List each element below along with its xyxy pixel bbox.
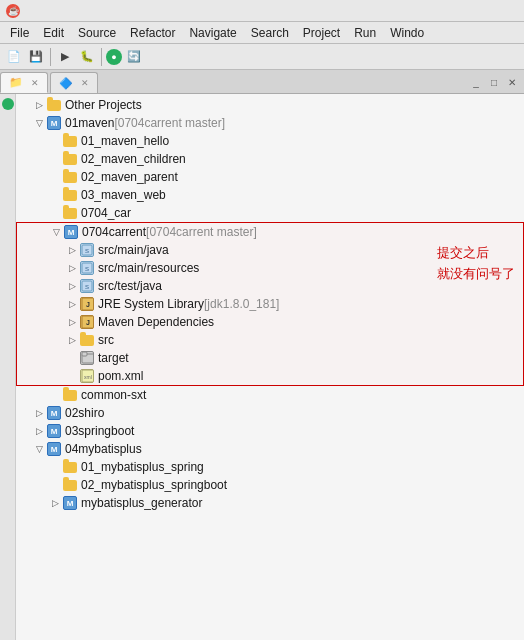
menu-item-file[interactable]: File [4,24,35,42]
tree-node-maven-deps[interactable]: ▷JMaven Dependencies [17,313,523,331]
app-icon: ☕ [6,4,20,18]
tree-node-01maven[interactable]: ▽M01maven [0704carrent master] [16,114,524,132]
jar-icon: J [79,314,95,330]
expand-icon[interactable]: ▷ [65,263,79,273]
svg-rect-11 [82,352,87,356]
tree-node-src[interactable]: ▷src [17,331,523,349]
tab-type-hierarchy[interactable]: 🔷 ✕ [50,72,98,93]
menu-item-project[interactable]: Project [297,24,346,42]
src-folder-icon: S [79,260,95,276]
expand-icon[interactable]: ▽ [32,118,46,128]
xml-file-icon: xml [79,368,95,384]
node-label-common-sxt: common-sxt [81,388,146,402]
folder-icon [62,459,78,475]
node-label-03springboot: 03springboot [65,424,134,438]
svg-text:S: S [85,248,89,254]
tree-node-02mybatisplus-springboot[interactable]: 02_mybatisplus_springboot [16,476,524,494]
tree-node-jre-system[interactable]: ▷JJRE System Library [jdk1.8.0_181] [17,295,523,313]
maximize-button[interactable]: □ [486,75,502,91]
debug-button[interactable]: 🐛 [77,47,97,67]
save-button[interactable]: 💾 [26,47,46,67]
tree-node-src-main-resources[interactable]: ▷Ssrc/main/resources [17,259,523,277]
expand-icon[interactable]: ▷ [65,281,79,291]
tree-node-src-main-java[interactable]: ▷Ssrc/main/java [17,241,523,259]
node-label-extra-0704carrent: [0704carrent master] [146,225,257,239]
tree-node-0704carrent[interactable]: ▽M0704carrent [0704carrent master] [17,223,523,241]
maven-project-icon: M [62,495,78,511]
expand-icon[interactable]: ▷ [65,317,79,327]
new-button[interactable]: 📄 [4,47,24,67]
menu-item-search[interactable]: Search [245,24,295,42]
tree-node-other-projects[interactable]: ▷Other Projects [16,96,524,114]
menu-item-navigate[interactable]: Navigate [183,24,242,42]
tree-node-03maven-web[interactable]: 03_maven_web [16,186,524,204]
node-label-target: target [98,351,129,365]
tree-node-01mybatisplus-spring[interactable]: 01_mybatisplus_spring [16,458,524,476]
node-label-01maven: 01maven [65,116,114,130]
node-label-01mybatisplus-spring: 01_mybatisplus_spring [81,460,204,474]
src-folder-icon: S [79,242,95,258]
tree-node-pom-xml[interactable]: xmlpom.xml [17,367,523,385]
toolbar-separator-2 [101,48,102,66]
menu-item-refactor[interactable]: Refactor [124,24,181,42]
menu-bar: FileEditSourceRefactorNavigateSearchProj… [0,22,524,44]
node-label-mybatisplus-generator: mybatisplus_generator [81,496,202,510]
tree-node-03springboot[interactable]: ▷M03springboot [16,422,524,440]
title-bar: ☕ [0,0,524,22]
maven-project-icon: M [46,115,62,131]
expand-icon[interactable]: ▷ [65,245,79,255]
tree-node-02shiro[interactable]: ▷M02shiro [16,404,524,422]
folder-icon [62,133,78,149]
tree-node-04mybatisplus[interactable]: ▽M04mybatisplus [16,440,524,458]
tab-package-explorer[interactable]: 📁 ✕ [0,72,48,93]
menu-item-source[interactable]: Source [72,24,122,42]
tree-node-src-test-java[interactable]: ▷Ssrc/test/java [17,277,523,295]
expand-icon[interactable]: ▷ [32,408,46,418]
tree-node-common-sxt[interactable]: common-sxt [16,386,524,404]
node-label-02maven-parent: 02_maven_parent [81,170,178,184]
expand-icon[interactable]: ▽ [32,444,46,454]
tree-node-target[interactable]: target [17,349,523,367]
expand-icon[interactable]: ▷ [65,335,79,345]
minimize-button[interactable]: _ [468,75,484,91]
folder-icon [62,151,78,167]
node-label-0704carrent: 0704carrent [82,225,146,239]
jar-icon: J [79,296,95,312]
svg-text:J: J [86,319,90,326]
gutter-indicator[interactable] [2,98,14,110]
close-button[interactable]: ✕ [504,75,520,91]
package-explorer-icon: 📁 [9,76,23,89]
tree-node-mybatisplus-generator[interactable]: ▷Mmybatisplus_generator [16,494,524,512]
src-folder-icon: S [79,278,95,294]
expand-icon[interactable]: ▷ [65,299,79,309]
tree-area[interactable]: ▷Other Projects▽M01maven [0704carrent ma… [16,94,524,640]
folder-icon [62,387,78,403]
node-label-src: src [98,333,114,347]
node-label-pom-xml: pom.xml [98,369,143,383]
node-label-extra-jre-system: [jdk1.8.0_181] [204,297,279,311]
run-button[interactable]: ▶ [55,47,75,67]
svg-text:xml: xml [84,374,92,380]
menu-item-windo[interactable]: Windo [384,24,430,42]
expand-icon[interactable]: ▽ [49,227,63,237]
expand-icon[interactable]: ▷ [32,426,46,436]
tree-node-01maven-hello[interactable]: 01_maven_hello [16,132,524,150]
target-folder-icon [79,350,95,366]
menu-item-run[interactable]: Run [348,24,382,42]
node-label-02maven-children: 02_maven_children [81,152,186,166]
refresh-button[interactable]: 🔄 [124,47,144,67]
node-label-src-main-resources: src/main/resources [98,261,199,275]
folder-icon [46,97,62,113]
expand-icon[interactable]: ▷ [32,100,46,110]
menu-item-edit[interactable]: Edit [37,24,70,42]
tree-node-02maven-parent[interactable]: 02_maven_parent [16,168,524,186]
maven-project-icon: M [46,423,62,439]
tree-node-02maven-children[interactable]: 02_maven_children [16,150,524,168]
folder-icon [62,187,78,203]
expand-icon[interactable]: ▷ [48,498,62,508]
type-hierarchy-icon: 🔷 [59,77,73,90]
node-label-03maven-web: 03_maven_web [81,188,166,202]
tab-close-icon[interactable]: ✕ [31,78,39,88]
tab-close-icon-2[interactable]: ✕ [81,78,89,88]
tree-node-0704-car[interactable]: 0704_car [16,204,524,222]
